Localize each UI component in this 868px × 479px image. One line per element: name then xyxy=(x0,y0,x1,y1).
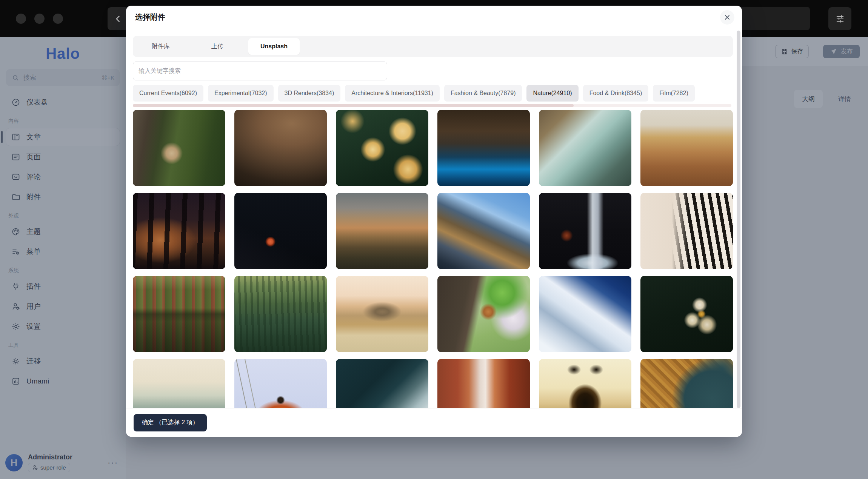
photo-yarrow-flowers[interactable] xyxy=(640,276,733,352)
photo-ocean-foam[interactable] xyxy=(336,359,428,408)
modal-tab[interactable]: 上传 xyxy=(192,38,243,55)
photo-autumn-river-aerial[interactable] xyxy=(640,359,733,408)
modal-footer: 确定 （已选择 2 项） xyxy=(126,408,742,437)
category-chip[interactable]: Fashion & Beauty(7879) xyxy=(444,85,522,102)
browser-back-button[interactable] xyxy=(108,7,129,30)
photo-red-moon[interactable] xyxy=(234,193,327,269)
modal-tab[interactable]: 附件库 xyxy=(135,38,186,55)
modal-tab[interactable]: Unsplash xyxy=(248,38,300,55)
modal-tabbar: 附件库上传Unsplash xyxy=(133,36,733,57)
photo-autumn-reflection[interactable] xyxy=(133,276,225,352)
modal-header: 选择附件 xyxy=(126,6,742,29)
modal-title: 选择附件 xyxy=(135,12,165,22)
category-chip[interactable]: Architecture & Interiors(11931) xyxy=(345,85,440,102)
photo-gibbon-in-trees[interactable] xyxy=(133,110,225,186)
category-chip[interactable]: 3D Renders(3834) xyxy=(278,85,341,102)
photo-sunset-hills[interactable] xyxy=(336,193,428,269)
modal-body: 附件库上传Unsplash Current Events(6092)Experi… xyxy=(126,29,742,408)
photo-rocky-stream[interactable] xyxy=(539,110,631,186)
sliders-icon xyxy=(835,14,845,24)
photo-desert-spires[interactable] xyxy=(640,110,733,186)
category-chip[interactable]: Current Events(6092) xyxy=(133,85,203,102)
confirm-button[interactable]: 确定 （已选择 2 项） xyxy=(134,414,207,431)
photo-green-willows[interactable] xyxy=(234,276,327,352)
browser-settings-button[interactable] xyxy=(828,7,851,30)
window-controls xyxy=(16,14,63,24)
category-chip[interactable]: Experimental(7032) xyxy=(208,85,274,102)
chevron-left-icon xyxy=(113,14,123,24)
modal-scrollbar[interactable] xyxy=(737,31,740,408)
photo-snow-peak[interactable] xyxy=(539,276,631,352)
photo-blue-cave[interactable] xyxy=(437,110,530,186)
photo-cappadocia-dusk[interactable] xyxy=(336,276,428,352)
close-icon xyxy=(723,14,731,21)
photo-alpine-ridge[interactable] xyxy=(437,193,530,269)
photo-orange-bird[interactable] xyxy=(234,359,327,408)
category-filter-row: Current Events(6092)Experimental(7032)3D… xyxy=(133,85,733,102)
close-button[interactable] xyxy=(720,10,734,25)
category-chip[interactable]: Food & Drink(8345) xyxy=(583,85,649,102)
attachment-modal: 选择附件 附件库上传Unsplash Current Events(6092)E… xyxy=(126,6,742,437)
photo-canyon-slot[interactable] xyxy=(437,359,530,408)
category-scrollbar[interactable] xyxy=(133,104,731,107)
photo-yellow-flowers[interactable] xyxy=(336,110,428,186)
category-scrollbar-thumb[interactable] xyxy=(133,104,574,107)
keyword-search-input[interactable] xyxy=(133,62,387,80)
window-close-button[interactable] xyxy=(16,14,26,24)
photo-dark-waterfall[interactable] xyxy=(539,193,631,269)
window-minimize-button[interactable] xyxy=(34,14,45,24)
photo-squirrel-on-trunk[interactable] xyxy=(437,276,530,352)
photo-zebra-stripes[interactable] xyxy=(640,193,733,269)
photo-misty-peaks[interactable] xyxy=(133,359,225,408)
window-maximize-button[interactable] xyxy=(53,14,63,24)
photo-backlit-ram[interactable] xyxy=(539,359,631,408)
unsplash-image-grid xyxy=(133,110,733,408)
photo-dark-forest-glow[interactable] xyxy=(133,193,225,269)
photo-elephant-closeup[interactable] xyxy=(234,110,327,186)
category-chip[interactable]: Nature(24910) xyxy=(526,85,578,102)
category-chip[interactable]: Film(7282) xyxy=(653,85,694,102)
